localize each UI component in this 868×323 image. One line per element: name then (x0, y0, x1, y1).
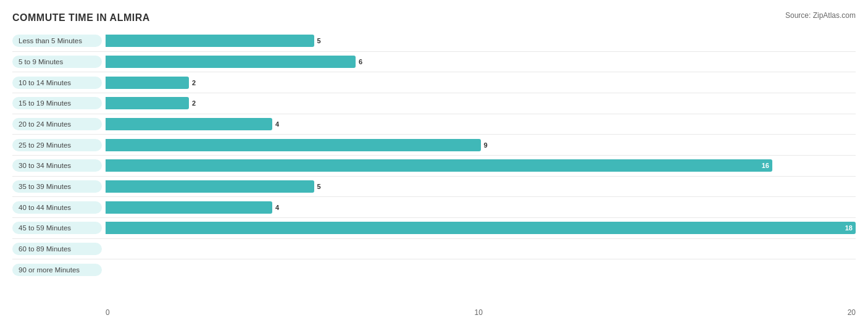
bar-fill (106, 201, 272, 214)
bar-value-outside: 5 (317, 37, 321, 44)
bar-fill: 16 (106, 159, 772, 172)
bar-label: 35 to 39 Minutes (12, 180, 102, 193)
bar-row: 10 to 14 Minutes2 (12, 72, 856, 93)
bar-fill (106, 56, 356, 68)
bar-label: 45 to 59 Minutes (12, 222, 102, 234)
bar-label: Less than 5 Minutes (12, 35, 102, 47)
bar-track: 5 (106, 35, 856, 47)
bar-track: 6 (106, 56, 856, 68)
bar-value-inside: 16 (762, 162, 772, 169)
bar-track: 4 (106, 201, 856, 214)
bar-track: 9 (106, 139, 856, 151)
bar-track (106, 264, 856, 276)
bar-row: 5 to 9 Minutes6 (12, 52, 856, 73)
bar-fill (106, 77, 189, 89)
bar-value-inside: 18 (845, 224, 856, 232)
bar-track: 2 (106, 97, 856, 109)
bar-value-outside: 5 (317, 183, 321, 190)
bar-row: 40 to 44 Minutes4 (12, 197, 856, 218)
bar-label: 90 or more Minutes (12, 264, 102, 276)
chart-container: COMMUTE TIME IN ALMIRA Source: ZipAtlas.… (0, 0, 868, 323)
bar-value-outside: 9 (484, 141, 488, 149)
bar-value-outside: 4 (275, 204, 279, 211)
bar-label: 5 to 9 Minutes (12, 56, 102, 68)
bar-label: 30 to 34 Minutes (12, 159, 102, 172)
source-label: Source: ZipAtlas.com (785, 11, 856, 20)
bar-label: 10 to 14 Minutes (12, 77, 102, 89)
bar-fill: 18 (106, 222, 856, 234)
bar-track: 2 (106, 77, 856, 89)
x-axis-label: 10 (474, 308, 482, 317)
bar-track: 16 (106, 159, 856, 172)
bar-label: 40 to 44 Minutes (12, 201, 102, 214)
x-axis: 01020 (12, 308, 856, 317)
bar-row: 25 to 29 Minutes9 (12, 135, 856, 156)
bar-fill (106, 35, 314, 47)
bar-label: 60 to 89 Minutes (12, 243, 102, 255)
bar-track (106, 243, 856, 255)
x-axis-label: 20 (848, 308, 856, 317)
bar-row: 90 or more Minutes (12, 259, 856, 280)
bar-label: 20 to 24 Minutes (12, 118, 102, 130)
bar-track: 4 (106, 118, 856, 130)
bar-value-outside: 2 (192, 99, 196, 107)
bar-label: 15 to 19 Minutes (12, 97, 102, 109)
bar-row: 60 to 89 Minutes (12, 239, 856, 260)
chart-area: Less than 5 Minutes55 to 9 Minutes610 to… (12, 31, 856, 280)
bar-fill (106, 139, 481, 151)
bar-track: 18 (106, 222, 856, 234)
bar-row: 15 to 19 Minutes2 (12, 93, 856, 114)
bar-row: 20 to 24 Minutes4 (12, 114, 856, 135)
chart-title: COMMUTE TIME IN ALMIRA (12, 12, 856, 23)
bar-label: 25 to 29 Minutes (12, 139, 102, 151)
bar-fill (106, 118, 272, 130)
bar-track: 5 (106, 180, 856, 193)
bar-value-outside: 4 (275, 120, 279, 128)
bar-row: 30 to 34 Minutes16 (12, 156, 856, 177)
x-axis-label: 0 (106, 308, 110, 317)
bar-value-outside: 6 (359, 58, 362, 65)
bar-row: 35 to 39 Minutes5 (12, 177, 856, 198)
bar-fill (106, 97, 189, 109)
bar-row: Less than 5 Minutes5 (12, 31, 856, 52)
bar-row: 45 to 59 Minutes18 (12, 218, 856, 239)
bar-fill (106, 180, 314, 193)
bar-value-outside: 2 (192, 79, 196, 86)
